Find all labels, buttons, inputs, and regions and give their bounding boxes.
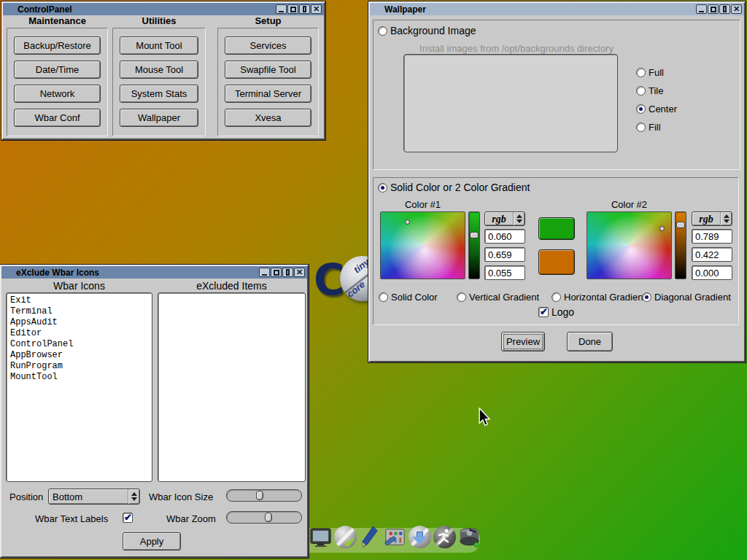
color1-swatch[interactable] — [538, 217, 575, 240]
minimize-button[interactable] — [696, 4, 707, 14]
control-panel-icon[interactable] — [384, 526, 406, 548]
color1-g-field[interactable] — [484, 247, 525, 262]
maximize-button[interactable] — [287, 4, 298, 14]
minimize-button[interactable] — [259, 268, 270, 277]
maximize-icon — [274, 270, 279, 276]
list-item[interactable]: RunProgram — [10, 361, 148, 372]
mode-center-radio[interactable]: Center — [636, 104, 677, 114]
position-choice[interactable]: Bottom — [48, 489, 140, 505]
color1-mode-choice[interactable]: rgb — [484, 211, 525, 226]
run-program-icon[interactable] — [433, 526, 456, 548]
backup-restore-button[interactable]: Backup/Restore — [14, 36, 101, 55]
terminal-icon[interactable] — [309, 526, 332, 548]
wallpaper-button[interactable]: Wallpaper — [120, 109, 198, 127]
wallpaper-titlebar[interactable]: Wallpaper ✕ — [370, 3, 744, 15]
services-button[interactable]: Services — [225, 36, 311, 55]
style-diagonal-radio[interactable]: Diagonal Gradient — [642, 292, 731, 303]
control-panel-titlebar[interactable]: ControlPanel ✕ — [3, 3, 324, 15]
system-stats-button[interactable]: System Stats — [120, 85, 198, 103]
slider-handle[interactable] — [470, 232, 479, 238]
updown-arrows-icon — [720, 212, 732, 225]
mouse-tool-button[interactable]: Mouse Tool — [120, 61, 198, 79]
control-panel-window: ControlPanel ✕ Maintenance Utilities Set… — [1, 1, 325, 140]
color1-mode-value: rgb — [485, 212, 513, 225]
apps-audit-icon[interactable]: ✔ — [334, 526, 357, 548]
mode-full-radio[interactable]: Full — [636, 67, 664, 78]
close-button[interactable]: ✕ — [731, 4, 742, 14]
slider-handle[interactable] — [265, 513, 272, 522]
close-button[interactable]: ✕ — [311, 4, 322, 14]
shade-button[interactable] — [299, 4, 310, 14]
style-solid-radio[interactable]: Solid Color — [379, 292, 438, 303]
color2-marker[interactable] — [659, 226, 665, 231]
color2-b-field[interactable] — [692, 265, 732, 280]
wbar-zoom-slider[interactable] — [226, 511, 302, 524]
terminal-server-button[interactable]: Terminal Server — [225, 85, 311, 103]
radio-selected-icon — [636, 104, 646, 114]
list-item[interactable]: Editor — [10, 328, 148, 339]
updown-arrows-icon — [513, 212, 525, 225]
wbar-icons-list[interactable]: Exit Terminal AppsAudit Editor ControlPa… — [6, 292, 152, 482]
maximize-button[interactable] — [271, 268, 282, 277]
slider-handle[interactable] — [676, 222, 685, 228]
background-image-list[interactable] — [403, 54, 618, 152]
swapfile-tool-button[interactable]: Swapfile Tool — [225, 61, 311, 79]
preview-button[interactable]: Preview — [501, 332, 545, 351]
wbar-icon-size-slider[interactable] — [226, 489, 302, 502]
close-icon: ✕ — [733, 6, 740, 12]
exclude-titlebar[interactable]: eXclude Wbar Icons ✕ — [1, 266, 307, 279]
date-time-button[interactable]: Date/Time — [14, 61, 101, 79]
apply-button[interactable]: Apply — [123, 532, 181, 551]
color2-value-slider[interactable] — [675, 211, 686, 279]
color2-swatch[interactable] — [538, 249, 575, 275]
color2-g-field[interactable] — [692, 247, 732, 262]
minimize-button[interactable] — [276, 4, 287, 14]
color1-marker[interactable] — [405, 219, 410, 225]
xvesa-button[interactable]: Xvesa — [225, 109, 311, 127]
list-item[interactable]: Exit — [10, 295, 148, 306]
list-item[interactable]: MountTool — [10, 372, 148, 383]
mode-tile-radio[interactable]: Tile — [636, 85, 663, 96]
minimize-icon — [262, 274, 267, 276]
list-item[interactable]: AppsAudit — [10, 317, 148, 328]
list-item[interactable]: AppBrowser — [10, 350, 148, 361]
tinycore-logo-text-core: core — [344, 279, 367, 300]
wbar-conf-button[interactable]: Wbar Conf — [14, 109, 101, 127]
color2-hue-square[interactable] — [587, 211, 672, 279]
exclude-wbar-icons-window: eXclude Wbar Icons ✕ Wbar Icons eXcluded… — [0, 265, 309, 558]
shade-button[interactable] — [719, 4, 730, 14]
list-item[interactable]: ControlPanel — [10, 339, 148, 350]
style-horizontal-radio[interactable]: Horizontal Gradient — [551, 292, 646, 303]
excluded-items-list[interactable] — [158, 292, 306, 482]
color1-r-field[interactable] — [484, 229, 525, 244]
shade-button[interactable] — [282, 268, 293, 277]
style-vertical-radio[interactable]: Vertical Gradient — [457, 292, 539, 303]
mode-full-label: Full — [649, 67, 664, 78]
network-button[interactable]: Network — [14, 85, 101, 103]
mount-tool-icon[interactable] — [458, 526, 481, 548]
background-image-radio[interactable]: Background Image — [378, 25, 476, 36]
slider-handle[interactable] — [256, 491, 263, 500]
setup-header: Setup — [217, 15, 319, 26]
checkbox-checked-icon — [538, 307, 549, 317]
close-button[interactable]: ✕ — [294, 268, 305, 277]
color2-mode-choice[interactable]: rgb — [692, 211, 732, 226]
wbar-text-labels-checkbox[interactable] — [123, 513, 133, 523]
shade-icon — [303, 6, 306, 12]
editor-icon[interactable] — [359, 526, 382, 548]
list-item[interactable]: Terminal — [10, 306, 148, 317]
done-button[interactable]: Done — [567, 332, 613, 351]
setup-group: Services Swapfile Tool Terminal Server X… — [217, 28, 319, 136]
mount-tool-button[interactable]: Mount Tool — [120, 36, 198, 55]
solid-or-gradient-radio[interactable]: Solid Color or 2 Color Gradient — [378, 182, 530, 193]
logo-checkbox[interactable]: Logo — [538, 306, 574, 318]
color2-r-field[interactable] — [692, 229, 732, 244]
color1-b-field[interactable] — [484, 265, 525, 280]
mode-fill-radio[interactable]: Fill — [636, 122, 661, 133]
maximize-button[interactable] — [708, 4, 719, 14]
wbar-dock-icons: ✔ — [309, 526, 481, 548]
radio-icon — [379, 292, 388, 302]
color1-value-slider[interactable] — [468, 211, 480, 279]
color1-hue-square[interactable] — [380, 211, 465, 279]
app-browser-icon[interactable] — [409, 526, 431, 548]
